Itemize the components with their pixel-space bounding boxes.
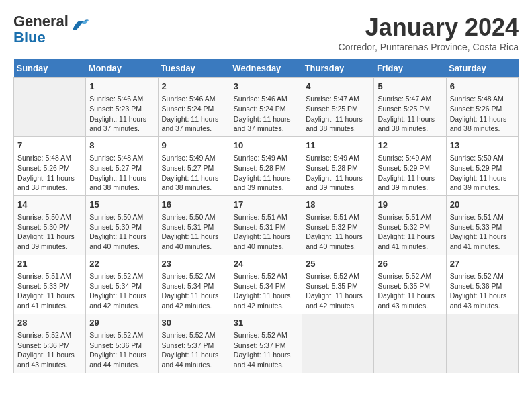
- header-day-monday: Monday: [86, 59, 158, 78]
- day-info: Sunrise: 5:50 AM Sunset: 5:31 PM Dayligh…: [162, 212, 226, 252]
- day-info: Sunrise: 5:48 AM Sunset: 5:27 PM Dayligh…: [89, 153, 154, 193]
- calendar-cell: 27Sunrise: 5:52 AM Sunset: 5:36 PM Dayli…: [446, 255, 518, 314]
- week-row-1: 1Sunrise: 5:46 AM Sunset: 5:23 PM Daylig…: [14, 78, 519, 137]
- calendar-subtitle: Corredor, Puntarenas Province, Costa Ric…: [339, 42, 519, 52]
- day-info: Sunrise: 5:50 AM Sunset: 5:29 PM Dayligh…: [450, 153, 515, 193]
- calendar-cell: 28Sunrise: 5:52 AM Sunset: 5:36 PM Dayli…: [14, 314, 86, 373]
- calendar-cell: 25Sunrise: 5:52 AM Sunset: 5:35 PM Dayli…: [302, 255, 374, 314]
- day-number: 7: [17, 140, 82, 152]
- calendar-cell: 21Sunrise: 5:51 AM Sunset: 5:33 PM Dayli…: [14, 255, 86, 314]
- day-number: 3: [234, 81, 298, 93]
- day-info: Sunrise: 5:52 AM Sunset: 5:36 PM Dayligh…: [17, 330, 82, 370]
- day-number: 6: [450, 81, 515, 93]
- day-number: 16: [162, 199, 226, 211]
- day-number: 26: [378, 258, 442, 270]
- calendar-cell: 2Sunrise: 5:46 AM Sunset: 5:24 PM Daylig…: [158, 78, 230, 137]
- day-number: 23: [162, 258, 226, 270]
- day-info: Sunrise: 5:48 AM Sunset: 5:26 PM Dayligh…: [17, 153, 82, 193]
- calendar-cell: 6Sunrise: 5:48 AM Sunset: 5:26 PM Daylig…: [446, 78, 518, 137]
- week-row-2: 7Sunrise: 5:48 AM Sunset: 5:26 PM Daylig…: [14, 136, 519, 195]
- day-info: Sunrise: 5:52 AM Sunset: 5:34 PM Dayligh…: [234, 271, 298, 311]
- day-number: 28: [17, 317, 82, 329]
- day-number: 11: [306, 140, 370, 152]
- calendar-cell: [446, 314, 518, 373]
- day-info: Sunrise: 5:51 AM Sunset: 5:31 PM Dayligh…: [234, 212, 298, 252]
- calendar-header: SundayMondayTuesdayWednesdayThursdayFrid…: [14, 59, 519, 78]
- day-info: Sunrise: 5:51 AM Sunset: 5:33 PM Dayligh…: [17, 271, 82, 311]
- day-info: Sunrise: 5:52 AM Sunset: 5:36 PM Dayligh…: [450, 271, 515, 311]
- day-number: 27: [450, 258, 515, 270]
- week-row-3: 14Sunrise: 5:50 AM Sunset: 5:30 PM Dayli…: [14, 195, 519, 255]
- day-number: 9: [162, 140, 226, 152]
- day-number: 15: [89, 199, 154, 211]
- calendar-cell: [14, 78, 86, 137]
- day-number: 22: [89, 258, 154, 270]
- day-info: Sunrise: 5:49 AM Sunset: 5:28 PM Dayligh…: [306, 153, 370, 193]
- day-number: 29: [89, 317, 154, 329]
- day-info: Sunrise: 5:51 AM Sunset: 5:32 PM Dayligh…: [378, 212, 442, 252]
- calendar-title: January 2024: [339, 13, 519, 42]
- day-info: Sunrise: 5:48 AM Sunset: 5:26 PM Dayligh…: [450, 94, 515, 134]
- header-day-friday: Friday: [374, 59, 446, 78]
- day-number: 19: [378, 199, 442, 211]
- calendar-table: SundayMondayTuesdayWednesdayThursdayFrid…: [13, 59, 519, 373]
- calendar-cell: 9Sunrise: 5:49 AM Sunset: 5:27 PM Daylig…: [158, 136, 230, 195]
- day-number: 30: [162, 317, 226, 329]
- day-info: Sunrise: 5:49 AM Sunset: 5:27 PM Dayligh…: [162, 153, 226, 193]
- day-info: Sunrise: 5:51 AM Sunset: 5:33 PM Dayligh…: [450, 212, 515, 252]
- calendar-cell: 4Sunrise: 5:47 AM Sunset: 5:25 PM Daylig…: [302, 78, 374, 137]
- day-number: 17: [234, 199, 298, 211]
- calendar-cell: 22Sunrise: 5:52 AM Sunset: 5:34 PM Dayli…: [86, 255, 158, 314]
- calendar-cell: 8Sunrise: 5:48 AM Sunset: 5:27 PM Daylig…: [86, 136, 158, 195]
- day-info: Sunrise: 5:52 AM Sunset: 5:36 PM Dayligh…: [89, 330, 154, 370]
- title-block: January 2024 Corredor, Puntarenas Provin…: [339, 13, 519, 52]
- day-number: 2: [162, 81, 226, 93]
- calendar-cell: 12Sunrise: 5:49 AM Sunset: 5:29 PM Dayli…: [374, 136, 446, 195]
- calendar-cell: 11Sunrise: 5:49 AM Sunset: 5:28 PM Dayli…: [302, 136, 374, 195]
- week-row-4: 21Sunrise: 5:51 AM Sunset: 5:33 PM Dayli…: [14, 255, 519, 314]
- header-day-wednesday: Wednesday: [230, 59, 302, 78]
- calendar-cell: 24Sunrise: 5:52 AM Sunset: 5:34 PM Dayli…: [230, 255, 302, 314]
- day-number: 12: [378, 140, 442, 152]
- calendar-cell: 1Sunrise: 5:46 AM Sunset: 5:23 PM Daylig…: [86, 78, 158, 137]
- day-info: Sunrise: 5:52 AM Sunset: 5:35 PM Dayligh…: [378, 271, 442, 311]
- logo: GeneralBlue: [13, 13, 90, 46]
- calendar-cell: 31Sunrise: 5:52 AM Sunset: 5:37 PM Dayli…: [230, 314, 302, 373]
- day-info: Sunrise: 5:52 AM Sunset: 5:34 PM Dayligh…: [89, 271, 154, 311]
- day-number: 13: [450, 140, 515, 152]
- day-info: Sunrise: 5:46 AM Sunset: 5:24 PM Dayligh…: [234, 94, 298, 134]
- day-info: Sunrise: 5:52 AM Sunset: 5:37 PM Dayligh…: [234, 330, 298, 370]
- calendar-cell: 30Sunrise: 5:52 AM Sunset: 5:37 PM Dayli…: [158, 314, 230, 373]
- calendar-cell: 14Sunrise: 5:50 AM Sunset: 5:30 PM Dayli…: [14, 195, 86, 255]
- day-info: Sunrise: 5:52 AM Sunset: 5:37 PM Dayligh…: [162, 330, 226, 370]
- day-number: 5: [378, 81, 442, 93]
- calendar-cell: 23Sunrise: 5:52 AM Sunset: 5:34 PM Dayli…: [158, 255, 230, 314]
- page-header: GeneralBlue January 2024 Corredor, Punta…: [13, 13, 519, 52]
- day-number: 31: [234, 317, 298, 329]
- header-day-thursday: Thursday: [302, 59, 374, 78]
- logo-bird-icon: [71, 17, 90, 32]
- day-number: 18: [306, 199, 370, 211]
- day-number: 14: [17, 199, 82, 211]
- day-number: 20: [450, 199, 515, 211]
- day-number: 25: [306, 258, 370, 270]
- calendar-cell: 20Sunrise: 5:51 AM Sunset: 5:33 PM Dayli…: [446, 195, 518, 255]
- day-info: Sunrise: 5:52 AM Sunset: 5:34 PM Dayligh…: [162, 271, 226, 311]
- calendar-cell: 29Sunrise: 5:52 AM Sunset: 5:36 PM Dayli…: [86, 314, 158, 373]
- day-number: 1: [89, 81, 154, 93]
- calendar-cell: 18Sunrise: 5:51 AM Sunset: 5:32 PM Dayli…: [302, 195, 374, 255]
- calendar-cell: 10Sunrise: 5:49 AM Sunset: 5:28 PM Dayli…: [230, 136, 302, 195]
- day-info: Sunrise: 5:52 AM Sunset: 5:35 PM Dayligh…: [306, 271, 370, 311]
- day-number: 10: [234, 140, 298, 152]
- week-row-5: 28Sunrise: 5:52 AM Sunset: 5:36 PM Dayli…: [14, 314, 519, 373]
- day-info: Sunrise: 5:47 AM Sunset: 5:25 PM Dayligh…: [378, 94, 442, 134]
- calendar-cell: 7Sunrise: 5:48 AM Sunset: 5:26 PM Daylig…: [14, 136, 86, 195]
- day-info: Sunrise: 5:49 AM Sunset: 5:29 PM Dayligh…: [378, 153, 442, 193]
- calendar-cell: 3Sunrise: 5:46 AM Sunset: 5:24 PM Daylig…: [230, 78, 302, 137]
- calendar-cell: [374, 314, 446, 373]
- day-info: Sunrise: 5:46 AM Sunset: 5:24 PM Dayligh…: [162, 94, 226, 134]
- calendar-cell: [302, 314, 374, 373]
- header-row: SundayMondayTuesdayWednesdayThursdayFrid…: [14, 59, 519, 78]
- day-number: 21: [17, 258, 82, 270]
- calendar-cell: 19Sunrise: 5:51 AM Sunset: 5:32 PM Dayli…: [374, 195, 446, 255]
